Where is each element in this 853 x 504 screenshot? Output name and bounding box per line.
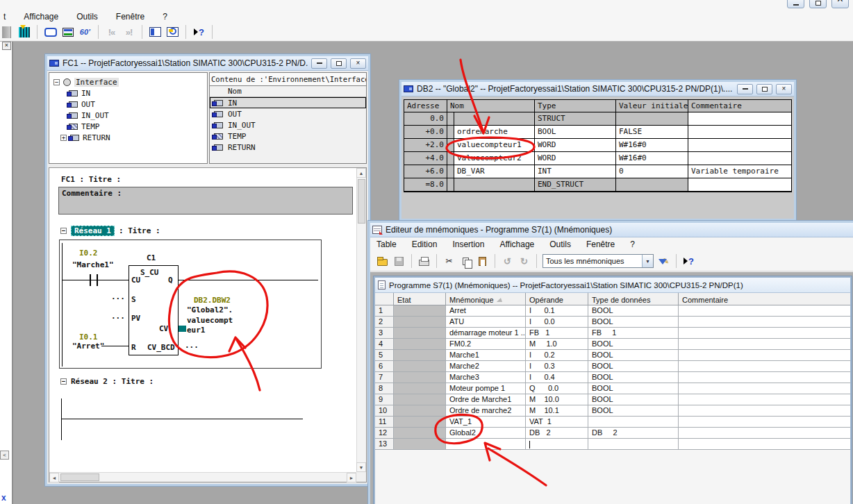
block-comment-box[interactable]: Commentaire : [58,187,353,215]
db2-row[interactable]: +4.0 valuecompteur2 WORD W#16#0 [404,152,791,165]
tree-item-temp[interactable]: TEMP [49,121,207,132]
menu-item-affichage[interactable]: Affichage [24,12,58,22]
symbol-row[interactable]: 6Marche2I 0.3BOOL [375,361,850,372]
db2-minimize-button[interactable] [737,84,753,94]
column-header-type[interactable]: Type [535,100,616,112]
reset-symbol[interactable]: "Arret" [72,342,104,351]
save-icon[interactable] [395,257,404,266]
document-titlebar[interactable]: Programme S7(1) (Mnémoniques) -- ProjetF… [375,278,850,293]
interface-row-in-out[interactable]: IN_OUT [210,119,366,131]
column-header-operande[interactable]: Opérande [526,293,588,305]
db2-row-valuecompteur1[interactable]: +2.0 valuecompteur1 WORD W#16#0 [404,139,791,152]
horizontal-scrollbar[interactable]: ◄ ► [49,472,356,482]
monitor-variables-icon[interactable] [19,27,30,37]
symbol-row[interactable]: 3démarrage moteur 1 ...FB 1FB 1 [375,328,850,339]
copy-icon[interactable] [463,258,469,265]
tree-item-interface[interactable]: − Interface [49,76,207,87]
db2-titlebar[interactable]: DB2 -- "Global2" -- ProjetFactoryessai1\… [401,82,794,96]
s-placeholder[interactable]: ... [111,292,125,301]
interface-row-temp[interactable]: TEMP [210,131,366,142]
vertical-scroll-thumb[interactable] [358,179,365,224]
tree-item-in[interactable]: IN [49,87,207,99]
cv-bcd-placeholder[interactable]: ... [185,341,199,350]
panel-close-icon[interactable]: × [2,42,11,50]
column-header-valeur[interactable]: Valeur initiale [616,100,688,112]
contact-address[interactable]: I0.2 [79,249,98,258]
collapse-icon[interactable]: − [60,378,67,385]
cv-operand-address[interactable]: DB2.DBW2 [194,296,231,305]
menu-item-help[interactable]: ? [163,12,167,22]
menu-item-outils[interactable]: Outils [549,240,571,249]
column-header-type[interactable]: Type de données [588,293,679,305]
menu-item-insertion[interactable]: Insertion [452,240,484,249]
app-minimize-button[interactable] [787,0,804,8]
db2-close-button[interactable]: × [776,84,792,94]
symbol-row-empty[interactable]: 13 [375,439,850,450]
vertical-scrollbar[interactable]: ▲ ▼ [356,168,366,472]
open-icon[interactable] [377,259,388,266]
scroll-right-icon[interactable]: ► [347,473,356,482]
lad-canvas[interactable]: FC1 : Titre : Commentaire : − Réseau 1 :… [49,168,356,472]
filter-icon[interactable]: ✎ [657,255,670,267]
tree-item-out[interactable]: OUT [49,99,207,110]
symbol-row[interactable]: 8Moteur pompe 1Q 0.0BOOL [375,383,850,394]
app-close-button[interactable]: × [831,0,849,8]
symbol-row[interactable]: 4FM0.2M 1.0BOOL [375,339,850,350]
symbol-row[interactable]: 7Marche3I 0.4BOOL [375,372,850,383]
column-header-commentaire[interactable]: Commentaire [688,100,791,112]
counter-name[interactable]: C1 [147,253,156,262]
horizontal-scroll-thumb[interactable] [60,473,99,481]
undo-icon[interactable]: ↺ [501,255,514,267]
scroll-up-icon[interactable]: ▲ [356,168,366,178]
network1-label[interactable]: Réseau 1 [71,226,115,236]
db2-row[interactable]: +6.0 DB_VAR INT 0 Variable temporaire [404,165,791,178]
app-restore-button[interactable] [809,0,827,8]
symbol-row[interactable]: 5Marche1I 0.2BOOL [375,350,850,361]
network1-header[interactable]: − Réseau 1 : Titre : [60,226,160,236]
menu-item-edition[interactable]: Edition [412,240,438,249]
db2-restore-button[interactable] [756,84,772,94]
glasses-icon[interactable]: 60’ [78,26,92,38]
network2-header[interactable]: − Réseau 2 : Titre : [60,377,154,386]
fc1-restore-button[interactable] [331,58,347,69]
reset-address[interactable]: I0.1 [79,333,98,342]
db2-row[interactable]: +0.0 ordremarche BOOL FALSE [404,126,791,139]
block-title-line[interactable]: FC1 : Titre : [61,175,121,184]
menu-item-outils[interactable]: Outils [76,12,98,22]
tree-item-return[interactable]: + RETURN [49,132,207,143]
column-header-nom[interactable]: Nom [447,100,535,112]
column-header-adresse[interactable]: Adresse [404,100,447,112]
symbol-row[interactable]: 9Ordre de Marche1M 10.0BOOL [375,394,850,405]
cv-symbol-line3[interactable]: eur1 [187,326,206,335]
symbol-row[interactable]: 2ATUI 0.0BOOL [375,317,850,328]
interface-row-in[interactable]: IN [210,97,366,108]
db2-row[interactable]: 0.0 STRUCT [404,112,791,126]
go-last-icon[interactable]: »! [122,26,135,38]
column-header-etat[interactable]: Etat [394,293,446,305]
paste-icon[interactable] [479,257,486,266]
redo-icon[interactable]: ↻ [517,255,531,267]
context-help-icon[interactable]: ? [192,26,206,38]
context-help-icon[interactable]: ? [682,255,695,267]
scroll-down-icon[interactable]: ▼ [356,462,366,472]
print-preview-icon[interactable] [167,27,179,37]
interface-row-out[interactable]: OUT [210,108,366,119]
column-header-blank[interactable] [375,293,394,305]
go-first-icon[interactable]: !« [105,26,118,38]
collapse-icon[interactable]: − [53,79,60,85]
menu-item-fenetre[interactable]: Fenêtre [116,12,144,22]
cut-icon[interactable]: ✂ [442,255,456,267]
symbol-row[interactable]: 11VAT_1VAT 1 [375,417,850,428]
symbol-filter-combobox[interactable]: Tous les mnémoniques ▼ [543,254,654,268]
nom-column-header[interactable]: Nom [210,86,366,97]
menu-item-fenetre[interactable]: Fenêtre [586,240,615,249]
contact-symbol[interactable]: "Marche1" [72,260,114,269]
menu-item-help[interactable]: ? [630,240,635,249]
column-header-commentaire[interactable]: Commentaire [679,293,850,305]
symbol-row[interactable]: 10Ordre de marche2M 10.1BOOL [375,405,850,417]
menu-item-affichage[interactable]: Affichage [499,240,534,249]
window-layout-icon[interactable] [149,27,161,37]
tree-item-in-out[interactable]: IN_OUT [49,110,207,121]
db2-row[interactable]: =8.0 END_STRUCT [404,178,791,192]
menu-item-partial[interactable]: t [3,12,6,22]
